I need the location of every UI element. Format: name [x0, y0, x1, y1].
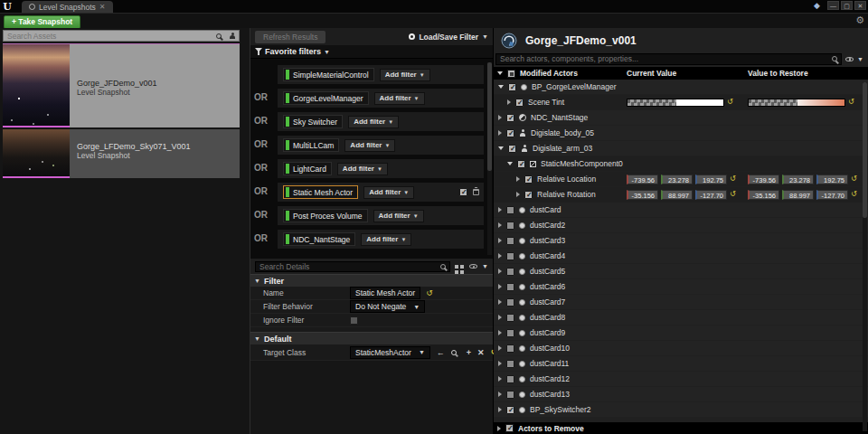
row-checkbox[interactable] [508, 145, 516, 153]
table-row[interactable]: dustCard5 [494, 264, 868, 278]
x-value-field[interactable]: -35.156 [748, 190, 779, 200]
settings-gear-icon[interactable]: ⚙ [855, 14, 864, 26]
x-value-field[interactable]: -739.56 [627, 175, 658, 184]
expander-icon[interactable] [498, 330, 502, 335]
close-button[interactable]: ✕ [854, 1, 866, 10]
favorite-filters-header[interactable]: Favorite filters ▼ [250, 45, 493, 59]
y-value-field[interactable]: 23.278 [782, 175, 814, 184]
table-row[interactable]: dustCard12 [494, 372, 868, 386]
search-assets-input[interactable] [4, 32, 216, 41]
table-row[interactable]: Digislate_arm_03 [494, 141, 868, 156]
row-checkbox[interactable] [506, 206, 514, 214]
table-row[interactable]: NDC_NantStage [494, 110, 868, 125]
browse-icon[interactable] [451, 350, 457, 355]
row-checkbox[interactable] [506, 237, 514, 245]
reset-icon[interactable]: ↺ [730, 175, 736, 183]
display-mode-icon[interactable] [455, 265, 458, 269]
table-row[interactable]: BP_GorgeLevelManager [494, 80, 868, 94]
z-value-field[interactable]: -127.70 [695, 190, 727, 200]
target-class-dropdown[interactable]: StaticMeshActor ▼ [350, 346, 430, 359]
row-checkbox[interactable] [506, 283, 514, 291]
table-row[interactable]: dustCard7 [494, 295, 868, 309]
row-checkbox[interactable] [506, 222, 514, 230]
results-scrollbar[interactable] [863, 82, 867, 431]
select-all-checkbox[interactable] [507, 70, 515, 78]
expander-icon[interactable] [498, 376, 502, 382]
table-row[interactable]: dustCard10 [494, 341, 868, 355]
expander-icon[interactable] [516, 176, 520, 182]
reset-icon[interactable]: ↺ [851, 175, 857, 183]
minimize-button[interactable]: — [827, 1, 839, 10]
tab-level-snapshots[interactable]: Level Snapshots ✕ [22, 1, 113, 13]
row-checkbox[interactable] [506, 252, 514, 260]
z-value-field[interactable]: 192.75 [816, 175, 848, 184]
expander-icon[interactable] [498, 222, 502, 228]
table-row[interactable]: dustCard6 [494, 279, 868, 294]
table-row[interactable]: dustCard11 [494, 356, 868, 371]
row-checkbox[interactable] [506, 268, 514, 276]
tab-close-icon[interactable]: ✕ [99, 3, 106, 11]
table-row[interactable]: dustCard2 [494, 218, 868, 232]
reset-icon[interactable]: ↺ [727, 99, 733, 106]
table-row[interactable]: dustCard13 [494, 387, 868, 401]
filter-name-input[interactable]: Static Mesh Actor [350, 287, 420, 299]
add-filter-button[interactable]: Add filter▼ [380, 69, 430, 81]
search-assets-field[interactable] [3, 30, 240, 42]
expander-icon[interactable] [498, 269, 502, 274]
y-value-field[interactable]: 88.997 [661, 190, 693, 200]
clear-icon[interactable]: ✕ [477, 348, 485, 357]
add-filter-button[interactable]: Add filter▼ [344, 139, 395, 152]
row-checkbox[interactable] [515, 99, 524, 107]
add-filter-button[interactable]: Add filter▼ [348, 116, 399, 128]
filter-chip[interactable]: GorgeLevelManager [283, 91, 369, 105]
expander-icon[interactable] [498, 299, 502, 305]
filter-chip[interactable]: MultiLLCam [283, 138, 339, 152]
expander-icon[interactable] [498, 345, 502, 351]
search-details-field[interactable] [255, 261, 450, 272]
add-filter-button[interactable]: Add filter▼ [373, 210, 424, 222]
ignore-filter-checkbox[interactable] [350, 316, 358, 325]
table-row[interactable]: dustCard4 [494, 249, 868, 263]
table-row[interactable]: Scene Tint↺↺ [494, 95, 868, 109]
expander-icon[interactable] [498, 146, 504, 150]
table-row[interactable]: dustCard [494, 203, 868, 217]
maximize-button[interactable]: ▢ [841, 1, 853, 10]
snapshot-item[interactable]: Gorge_LFDemo_Sky071_V001Level Snapshot [3, 129, 240, 178]
take-snapshot-button[interactable]: + Take Snapshot [4, 15, 80, 29]
expander-icon[interactable] [498, 361, 502, 366]
results-search-field[interactable] [495, 53, 842, 65]
default-section-header[interactable]: ▼ Default [250, 332, 493, 344]
row-checkbox[interactable] [508, 83, 516, 91]
x-value-field[interactable]: -739.56 [748, 175, 779, 184]
add-filter-button[interactable]: Add filter▼ [363, 186, 414, 199]
table-row[interactable]: dustCard9 [494, 326, 868, 340]
expander-icon[interactable] [498, 392, 502, 397]
expander-icon[interactable] [498, 85, 504, 89]
row-checkbox[interactable] [517, 160, 525, 168]
feedback-icon[interactable]: ◆ [814, 1, 820, 10]
filter-list-scrollbar[interactable] [487, 62, 492, 255]
filter-chip[interactable]: Post Proces Volume [283, 209, 368, 222]
expander-icon[interactable] [498, 315, 502, 320]
reset-icon[interactable]: ↺ [851, 191, 857, 198]
row-checkbox[interactable] [506, 360, 514, 368]
reset-icon[interactable]: ↺ [730, 191, 736, 198]
row-checkbox[interactable] [506, 298, 514, 307]
results-search-input[interactable] [496, 54, 832, 63]
color-swatch[interactable] [627, 99, 724, 107]
expander-icon[interactable] [498, 130, 502, 136]
add-filter-button[interactable]: Add filter▼ [337, 163, 388, 175]
expand-all-icon[interactable] [497, 71, 503, 75]
use-selected-icon[interactable]: ← [437, 348, 445, 357]
expander-icon[interactable] [516, 192, 520, 197]
row-checkbox[interactable] [506, 375, 514, 383]
filter-chip[interactable]: Static Mesh Actor [283, 185, 358, 199]
row-checkbox[interactable] [506, 114, 514, 122]
table-row[interactable]: dustCard3 [494, 233, 868, 248]
filter-chip[interactable]: LightCard [283, 162, 332, 175]
expander-icon[interactable] [498, 407, 502, 412]
row-checkbox[interactable] [524, 191, 533, 199]
z-value-field[interactable]: -127.70 [816, 190, 848, 200]
expander-icon[interactable] [498, 115, 502, 120]
expander-icon[interactable] [498, 284, 502, 289]
